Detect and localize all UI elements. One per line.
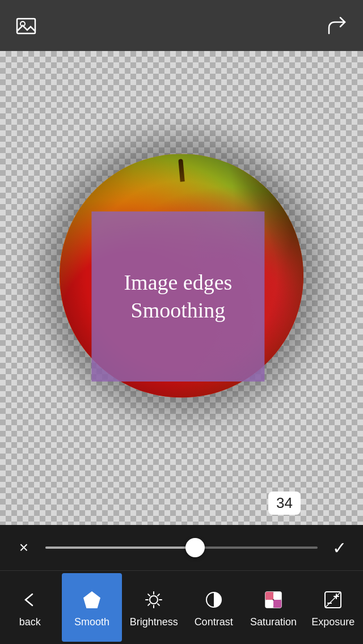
svg-rect-16 [273,600,281,608]
svg-line-18 [325,592,341,608]
nav-item-back[interactable]: back [0,571,60,644]
canvas-area: Image edgesSmoothing 34 [0,51,363,525]
nav-item-contrast[interactable]: Contrast [184,571,243,644]
svg-rect-15 [265,600,273,608]
slider-fill [45,546,195,549]
value-badge: 34 [268,492,301,515]
nav-label-exposure: Exposure [311,616,354,628]
slider-container[interactable] [45,546,318,549]
gallery-button[interactable] [11,11,41,40]
nav-item-smooth[interactable]: Smooth [62,573,121,642]
svg-line-9 [158,594,159,596]
svg-rect-0 [17,19,35,33]
svg-rect-14 [273,592,281,600]
contrast-icon [201,587,227,613]
nav-label-smooth: Smooth [74,616,109,628]
svg-line-8 [158,604,159,605]
nav-item-brightness[interactable]: Brightness [124,571,184,644]
nav-item-exposure[interactable]: Exposure [303,571,363,644]
back-icon [17,587,43,613]
overlay-text: Image edgesSmoothing [124,269,232,325]
smooth-icon [79,587,105,613]
nav-label-back: back [19,616,41,628]
svg-point-2 [150,596,158,604]
exposure-icon [320,587,346,613]
close-button[interactable]: × [11,535,36,560]
smooth-overlay: Image edgesSmoothing [91,211,264,382]
nav-label-contrast: Contrast [195,616,233,628]
svg-line-7 [148,594,150,596]
brightness-icon [141,587,167,613]
svg-line-10 [148,604,150,605]
bottom-nav: back Smooth Brightness [0,570,363,644]
nav-label-saturation: Saturation [250,616,297,628]
slider-thumb[interactable] [185,538,205,557]
nav-label-brightness: Brightness [130,616,178,628]
slider-area: × ✓ [0,525,363,570]
nav-item-saturation[interactable]: Saturation [243,571,303,644]
saturation-icon [260,587,286,613]
top-bar [0,0,363,51]
svg-rect-13 [265,592,273,600]
confirm-button[interactable]: ✓ [327,535,352,560]
share-button[interactable] [322,11,352,40]
